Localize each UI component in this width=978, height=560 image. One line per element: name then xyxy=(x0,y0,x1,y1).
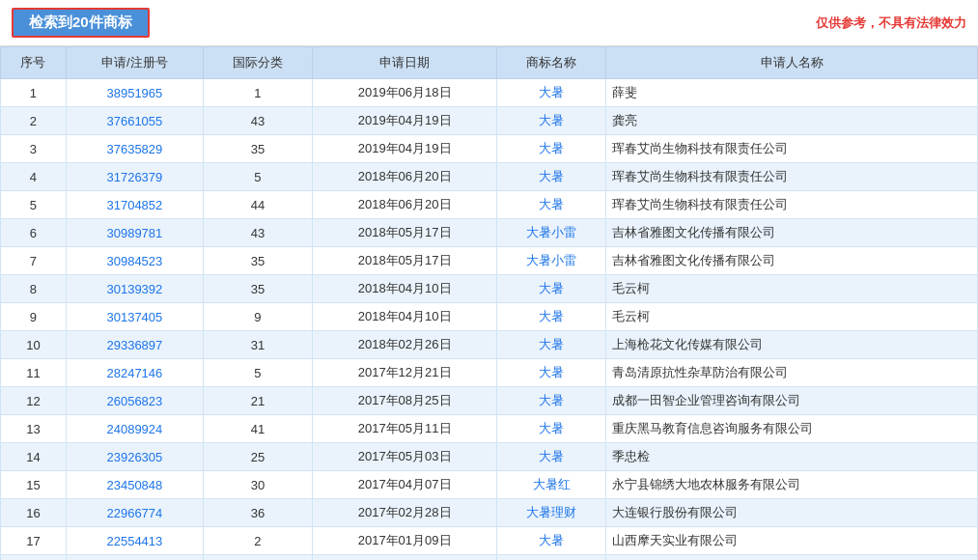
tm-link[interactable]: 大暑 xyxy=(539,393,564,407)
tm-link[interactable]: 大暑 xyxy=(539,197,564,211)
cell-seq: 17 xyxy=(1,527,67,555)
cell-tm[interactable]: 大暑 xyxy=(497,331,606,359)
cell-seq: 15 xyxy=(1,471,67,499)
cell-applicant: 山西摩天实业有限公司 xyxy=(606,527,978,555)
cell-tm[interactable]: 大暑 xyxy=(497,303,606,331)
tm-link[interactable]: 大暑 xyxy=(539,421,564,435)
regno-link[interactable]: 31726379 xyxy=(106,170,162,184)
col-tm: 商标名称 xyxy=(497,47,606,79)
cell-regno[interactable]: 38951965 xyxy=(66,79,203,107)
tm-link[interactable]: 大暑 xyxy=(539,85,564,99)
cell-tm[interactable]: 大暑 xyxy=(497,359,606,387)
regno-link[interactable]: 29336897 xyxy=(106,338,162,352)
tm-link[interactable]: 大暑 xyxy=(539,113,564,127)
tm-link[interactable]: 大暑 xyxy=(539,337,564,351)
cell-date: 2019年04月19日 xyxy=(313,107,497,135)
cell-date: 2017年05月03日 xyxy=(313,443,497,471)
cell-regno[interactable]: 23926305 xyxy=(66,443,203,471)
cell-regno[interactable]: 22966774 xyxy=(66,499,203,527)
tm-link[interactable]: 大暑红 xyxy=(533,477,571,491)
cell-date: 2017年05月11日 xyxy=(313,415,497,443)
regno-link[interactable]: 23926305 xyxy=(106,450,162,464)
cell-applicant: 吉林省雅图文化传播有限公司 xyxy=(606,247,978,275)
tm-link[interactable]: 大暑小雷 xyxy=(526,253,576,267)
regno-link[interactable]: 26056823 xyxy=(106,394,162,408)
cell-regno[interactable]: 37635829 xyxy=(66,135,203,163)
cell-regno[interactable]: 37661055 xyxy=(66,107,203,135)
cell-date: 2017年02月28日 xyxy=(313,499,497,527)
table-row: 13895196512019年06月18日大暑薛斐 xyxy=(1,79,978,107)
regno-link[interactable]: 22966774 xyxy=(106,506,162,520)
col-date: 申请日期 xyxy=(313,47,497,79)
tm-link[interactable]: 大暑 xyxy=(539,449,564,463)
table-header-row: 序号 申请/注册号 国际分类 申请日期 商标名称 申请人名称 xyxy=(1,47,978,79)
cell-seq: 1 xyxy=(1,79,67,107)
table-row: 1523450848302017年04月07日大暑红永宁县锦绣大地农林服务有限公… xyxy=(1,471,978,499)
regno-link[interactable]: 23450848 xyxy=(106,478,162,492)
cell-tm[interactable]: 大暑 xyxy=(497,555,606,561)
tm-link[interactable]: 大暑 xyxy=(539,365,564,379)
cell-tm[interactable]: 大暑 xyxy=(497,387,606,415)
regno-link[interactable]: 37635829 xyxy=(106,142,162,156)
regno-link[interactable]: 37661055 xyxy=(106,114,162,128)
tm-link[interactable]: 大暑理财 xyxy=(526,505,576,519)
tm-link[interactable]: 大暑 xyxy=(539,141,564,155)
cell-regno[interactable]: 29336897 xyxy=(66,331,203,359)
search-result-label: 检索到20件商标 xyxy=(12,8,150,38)
cell-regno[interactable]: 23450848 xyxy=(66,471,203,499)
tm-link[interactable]: 大暑小雷 xyxy=(526,225,576,239)
regno-link[interactable]: 38951965 xyxy=(106,86,162,100)
cell-regno[interactable]: 26056823 xyxy=(66,387,203,415)
cell-regno[interactable]: 30989781 xyxy=(66,219,203,247)
cell-regno[interactable]: 19125409 xyxy=(66,555,203,561)
cell-tm[interactable]: 大暑 xyxy=(497,443,606,471)
cell-regno[interactable]: 31726379 xyxy=(66,163,203,191)
cell-tm[interactable]: 大暑 xyxy=(497,275,606,303)
cell-seq: 7 xyxy=(1,247,67,275)
regno-link[interactable]: 28247146 xyxy=(106,366,162,380)
tm-link[interactable]: 大暑 xyxy=(539,309,564,323)
tm-link[interactable]: 大暑 xyxy=(539,281,564,295)
regno-link[interactable]: 30139392 xyxy=(106,282,162,296)
cell-regno[interactable]: 31704852 xyxy=(66,191,203,219)
cell-tm[interactable]: 大暑红 xyxy=(497,471,606,499)
cell-cls: 35 xyxy=(203,247,312,275)
col-applicant: 申请人名称 xyxy=(606,47,978,79)
cell-tm[interactable]: 大暑 xyxy=(497,79,606,107)
cell-applicant: 毛云柯 xyxy=(606,275,978,303)
cell-cls: 5 xyxy=(203,359,312,387)
cell-cls: 43 xyxy=(203,107,312,135)
cell-tm[interactable]: 大暑理财 xyxy=(497,499,606,527)
cell-regno[interactable]: 28247146 xyxy=(66,359,203,387)
cell-regno[interactable]: 30139392 xyxy=(66,275,203,303)
cell-date: 2018年05月17日 xyxy=(313,219,497,247)
tm-link[interactable]: 大暑 xyxy=(539,169,564,183)
tm-link[interactable]: 大暑 xyxy=(539,533,564,547)
cell-tm[interactable]: 大暑 xyxy=(497,163,606,191)
cell-regno[interactable]: 30137405 xyxy=(66,303,203,331)
cell-tm[interactable]: 大暑小雷 xyxy=(497,247,606,275)
table-row: 1226056823212017年08月25日大暑成都一田智企业管理咨询有限公司 xyxy=(1,387,978,415)
cell-applicant: 珲春艾尚生物科技有限责任公司 xyxy=(606,191,978,219)
cell-regno[interactable]: 30984523 xyxy=(66,247,203,275)
regno-link[interactable]: 30989781 xyxy=(106,226,162,240)
table-row: 1324089924412017年05月11日大暑重庆黑马教育信息咨询服务有限公… xyxy=(1,415,978,443)
cell-tm[interactable]: 大暑 xyxy=(497,135,606,163)
cell-date: 2016年02月19日 xyxy=(313,555,497,561)
regno-link[interactable]: 30137405 xyxy=(106,310,162,324)
table-row: 630989781432018年05月17日大暑小雷吉林省雅图文化传播有限公司 xyxy=(1,219,978,247)
regno-link[interactable]: 22554413 xyxy=(106,534,162,548)
cell-tm[interactable]: 大暑 xyxy=(497,191,606,219)
cell-regno[interactable]: 24089924 xyxy=(66,415,203,443)
cell-date: 2019年06月18日 xyxy=(313,79,497,107)
cell-tm[interactable]: 大暑 xyxy=(497,415,606,443)
page-container: 检索到20件商标 仅供参考，不具有法律效力 序号 申请/注册号 国际分类 申请日… xyxy=(0,0,978,560)
cell-tm[interactable]: 大暑小雷 xyxy=(497,219,606,247)
regno-link[interactable]: 31704852 xyxy=(106,198,162,212)
regno-link[interactable]: 30984523 xyxy=(106,254,162,268)
cell-regno[interactable]: 22554413 xyxy=(66,527,203,555)
cell-tm[interactable]: 大暑 xyxy=(497,107,606,135)
regno-link[interactable]: 24089924 xyxy=(106,422,162,436)
cell-applicant: 大连银行股份有限公司 xyxy=(606,499,978,527)
cell-tm[interactable]: 大暑 xyxy=(497,527,606,555)
